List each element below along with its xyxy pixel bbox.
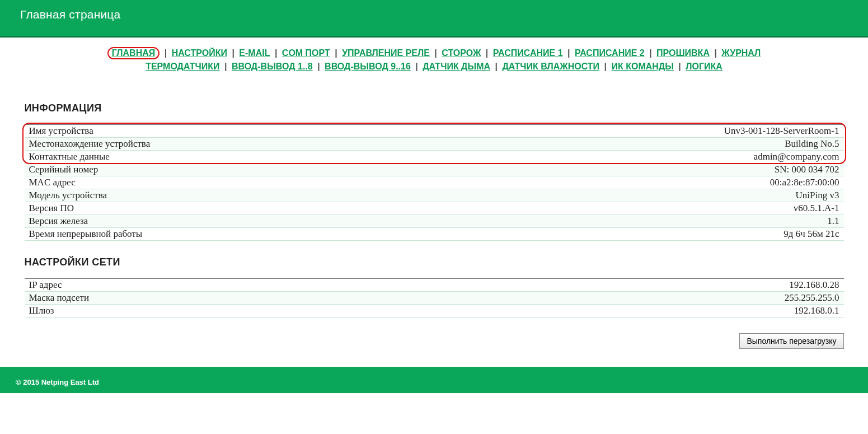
nav-link[interactable]: РАСПИСАНИЕ 1 (493, 48, 563, 58)
main-content: ИНФОРМАЦИЯ Имя устройстваUnv3-001-128-Se… (9, 102, 860, 349)
row-label: Имя устройства (25, 125, 444, 138)
row-value: 9д 6ч 56м 21с (444, 228, 844, 241)
nav-link[interactable]: COM ПОРТ (282, 48, 330, 58)
nav-row-1: ГЛАВНАЯ | НАСТРОЙКИ | E-MAIL | COM ПОРТ … (65, 46, 804, 60)
info-table: Имя устройстваUnv3-001-128-ServerRoom-1М… (25, 124, 844, 241)
nav-separator: | (413, 62, 420, 71)
table-row: Имя устройстваUnv3-001-128-ServerRoom-1 (25, 125, 844, 138)
page-title: Главная страница (20, 8, 848, 21)
table-row: MAC адрес00:a2:8e:87:00:00 (25, 176, 844, 189)
row-value: 1.1 (444, 215, 844, 228)
section-title-info: ИНФОРМАЦИЯ (25, 102, 844, 114)
nav-link[interactable]: ДАТЧИК ВЛАЖНОСТИ (502, 62, 599, 71)
row-value: Building No.5 (444, 138, 844, 151)
row-label: IP адрес (25, 279, 451, 292)
table-row: Время непрерывной работы9д 6ч 56м 21с (25, 228, 844, 241)
nav-link[interactable]: ВВОД-ВЫВОД 1..8 (232, 62, 313, 71)
row-label: Контактные данные (25, 151, 444, 164)
table-row: Контактные данныеadmin@company.com (25, 151, 844, 164)
row-value: admin@company.com (444, 151, 844, 164)
nav-separator: | (483, 48, 490, 58)
nav-link[interactable]: ЛОГИКА (686, 62, 722, 71)
nav-separator: | (229, 48, 237, 58)
row-label: MAC адрес (25, 176, 444, 189)
nav-separator: | (332, 48, 340, 58)
table-row: Серийный номерSN: 000 034 702 (25, 164, 844, 176)
footer-copyright: © 2015 Netping East Ltd (16, 378, 99, 386)
row-value: v60.5.1.A-1 (444, 202, 844, 215)
nav-link[interactable]: E-MAIL (239, 48, 270, 58)
row-value: UniPing v3 (444, 189, 844, 202)
nav-link[interactable]: ЖУРНАЛ (721, 48, 761, 58)
table-row: Шлюз192.168.0.1 (25, 305, 844, 318)
row-label: Местонахождение устройства (25, 138, 444, 151)
nav-link[interactable]: ДАТЧИК ДЫМА (423, 62, 490, 71)
row-label: Версия железа (25, 215, 444, 228)
nav-link[interactable]: ВВОД-ВЫВОД 9..16 (325, 62, 411, 71)
row-value: 192.168.0.28 (451, 279, 844, 292)
table-row: Маска подсети255.255.255.0 (25, 292, 844, 305)
network-table: IP адрес192.168.0.28Маска подсети255.255… (25, 278, 844, 318)
nav-link[interactable]: НАСТРОЙКИ (172, 48, 227, 58)
row-value: 255.255.255.0 (451, 292, 844, 305)
nav-separator: | (222, 62, 229, 71)
row-label: Шлюз (25, 305, 451, 318)
row-label: Время непрерывной работы (25, 228, 444, 241)
nav-separator: | (492, 62, 500, 71)
row-value: Unv3-001-128-ServerRoom-1 (444, 125, 844, 138)
row-label: Маска подсети (25, 292, 451, 305)
table-row: IP адрес192.168.0.28 (25, 279, 844, 292)
nav-link[interactable]: УПРАВЛЕНИЕ РЕЛЕ (342, 48, 430, 58)
section-title-network: НАСТРОЙКИ СЕТИ (25, 256, 844, 268)
nav-separator: | (432, 48, 439, 58)
main-nav: ГЛАВНАЯ | НАСТРОЙКИ | E-MAIL | COM ПОРТ … (43, 46, 826, 73)
page-footer: © 2015 Netping East Ltd (0, 367, 868, 393)
nav-separator: | (162, 48, 169, 58)
nav-row-2: ТЕРМОДАТЧИКИ | ВВОД-ВЫВОД 1..8 | ВВОД-ВЫ… (65, 60, 804, 73)
page-header: Главная страница (0, 0, 868, 36)
nav-separator: | (315, 62, 322, 71)
nav-separator: | (602, 62, 609, 71)
nav-link[interactable]: РАСПИСАНИЕ 2 (575, 48, 645, 58)
table-row: Версия железа1.1 (25, 215, 844, 228)
row-value: 00:a2:8e:87:00:00 (444, 176, 844, 189)
reboot-button[interactable]: Выполнить перезагрузку (739, 333, 843, 349)
row-value: 192.168.0.1 (451, 305, 844, 318)
nav-separator: | (272, 48, 279, 58)
table-row: Версия ПОv60.5.1.A-1 (25, 202, 844, 215)
nav-separator: | (565, 48, 573, 58)
row-label: Версия ПО (25, 202, 444, 215)
nav-separator: | (647, 48, 654, 58)
table-row: Модель устройстваUniPing v3 (25, 189, 844, 202)
nav-separator: | (712, 48, 719, 58)
nav-link[interactable]: ГЛАВНАЯ (107, 47, 160, 59)
row-value: SN: 000 034 702 (444, 164, 844, 176)
row-label: Модель устройства (25, 189, 444, 202)
table-row: Местонахождение устройстваBuilding No.5 (25, 138, 844, 151)
row-label: Серийный номер (25, 164, 444, 176)
info-table-wrapper: Имя устройстваUnv3-001-128-ServerRoom-1М… (25, 124, 844, 241)
nav-link[interactable]: СТОРОЖ (442, 48, 481, 58)
nav-separator: | (676, 62, 683, 71)
header-separator (0, 36, 868, 38)
actions-bar: Выполнить перезагрузку (25, 333, 844, 349)
nav-link[interactable]: ПРОШИВКА (656, 48, 710, 58)
nav-link[interactable]: ТЕРМОДАТЧИКИ (146, 62, 219, 71)
nav-link[interactable]: ИК КОМАНДЫ (612, 62, 674, 71)
